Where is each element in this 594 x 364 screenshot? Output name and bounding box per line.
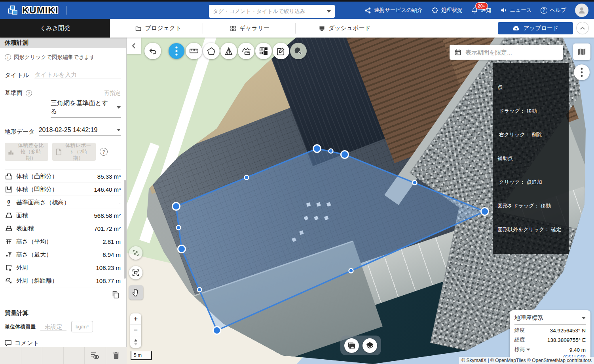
toolbar-cell-4[interactable]	[64, 347, 85, 364]
tab-dashboard[interactable]: ダッシュボード	[315, 19, 374, 38]
top-navbar: KUMIKI 連携サービスの紹介 処理状況 通知 20+	[0, 2, 594, 19]
polygon-tool-button[interactable]	[203, 43, 220, 59]
search-caret-icon[interactable]	[327, 10, 331, 13]
zoom-in-button[interactable]: +	[130, 313, 141, 325]
tab-separator	[203, 23, 203, 34]
metric-row-area: 面積 568.58 m²	[5, 209, 121, 222]
base-plane-select[interactable]: 三角網を基準面とする	[51, 99, 121, 118]
metric-row-surface-area: 表面積 701.72 m²	[5, 222, 121, 235]
delete-button[interactable]	[106, 347, 127, 364]
toolbar-cell-2[interactable]	[21, 347, 43, 364]
undo-icon	[148, 47, 157, 55]
brand-logo[interactable]: KUMIKI	[0, 4, 66, 16]
scale-bar: 5 m	[131, 351, 152, 360]
base-plane-label: 基準面	[5, 89, 23, 97]
caret-down-icon	[117, 106, 121, 109]
ruler-icon	[190, 48, 198, 54]
nav-link-news[interactable]: ニュース	[500, 7, 532, 14]
collapse-header-button[interactable]	[576, 22, 589, 34]
fit-extent-button[interactable]	[129, 246, 142, 260]
polygon-midpoint[interactable]	[413, 181, 417, 185]
base-plane-help-icon[interactable]: ?	[26, 90, 32, 96]
fullscreen-button[interactable]	[129, 266, 142, 279]
metric-row-volume-convex: 体積（凸部分） 85.33 m³	[5, 170, 121, 183]
measure-tool-button[interactable]	[186, 43, 202, 59]
copy-icon[interactable]	[111, 290, 120, 299]
terrain-data-label: 地形データ	[5, 128, 35, 136]
terrain-data-select[interactable]: 2018-02-25 14:42:19	[39, 126, 121, 136]
unit-mass-unit-button[interactable]: kg/m³	[71, 321, 93, 332]
polygon-midpoint[interactable]	[245, 175, 249, 180]
polygon-vertex[interactable]	[313, 145, 321, 153]
tab-projects[interactable]: プロジェクト	[131, 19, 186, 38]
reassign-link[interactable]: 再指定	[104, 90, 121, 97]
polygon-midpoint[interactable]	[329, 149, 333, 153]
tab-gallery[interactable]: ギャラリー	[224, 19, 275, 38]
toggle-visibility-button[interactable]	[85, 347, 106, 364]
pan-tool-button-active[interactable]	[129, 285, 143, 300]
avatar[interactable]	[575, 4, 588, 17]
volume-compare-button[interactable]: 体積差を比較（多時期）	[5, 143, 48, 161]
sidebar-scrollbar[interactable]	[124, 180, 126, 279]
metric-row-height-max: 高さ（最大） 6.94 m	[5, 248, 121, 261]
polygon-vertex[interactable]	[481, 208, 489, 215]
metric-row-height-avg: 高さ（平均） 2.81 m	[5, 235, 121, 248]
profile-tool-button[interactable]	[238, 43, 254, 59]
altitude-row: 標高 9.40 m	[514, 346, 586, 354]
polygon-midpoint[interactable]	[349, 269, 353, 273]
edit-tool-button[interactable]	[273, 43, 289, 59]
nav-link-processing[interactable]: 処理状況	[431, 7, 463, 14]
height-average-icon	[5, 239, 13, 245]
polygon-midpoint[interactable]	[176, 226, 181, 230]
upload-button[interactable]: アップロード	[498, 22, 573, 34]
caret-down-icon	[117, 129, 121, 131]
polygon-vertex[interactable]	[178, 245, 186, 253]
toolbar-cell-3[interactable]	[42, 347, 64, 364]
compare-tool-button[interactable]	[255, 43, 272, 59]
polygon-midpoint[interactable]	[197, 288, 202, 292]
elevation-profile-icon	[242, 47, 251, 55]
cloud-upload-icon	[512, 25, 520, 31]
collapse-sidebar-button[interactable]	[127, 38, 141, 54]
nav-link-services[interactable]: 連携サービスの紹介	[364, 7, 423, 14]
volume-report-button[interactable]: 体積レポート（2時期）	[52, 143, 96, 161]
speaker-icon	[500, 7, 507, 14]
layers-button[interactable]	[362, 338, 377, 353]
processing-status-icon	[431, 7, 438, 14]
polygon-vertex[interactable]	[173, 203, 180, 210]
nav-link-notifications[interactable]: 通知 20+	[471, 7, 492, 14]
coordinates-panel: 地理座標系 緯度 34.9256453° N 経度 138.3809755° E…	[510, 310, 590, 362]
monitor-icon	[319, 25, 325, 32]
date-filter[interactable]	[450, 45, 563, 60]
nav-link-help[interactable]: ? ヘルプ	[541, 7, 566, 14]
kumiki-cube-icon	[7, 4, 19, 16]
surface-area-icon	[5, 226, 13, 231]
polygon-vertex[interactable]	[341, 151, 349, 158]
brand-separator	[66, 6, 66, 15]
basemap-toggle-button[interactable]	[573, 43, 590, 60]
texture-tool-button-disabled[interactable]	[290, 43, 307, 59]
title-input[interactable]	[34, 70, 121, 79]
map-canvas[interactable]: 点 ドラッグ： 移動 右クリック： 削除 補助点 クリック： 点追加 図形をドラ…	[127, 38, 594, 364]
notification-badge: 20+	[475, 2, 488, 9]
tilt-control[interactable]	[130, 336, 141, 348]
coordinate-system-select[interactable]: 地理座標系	[514, 314, 586, 324]
date-filter-input[interactable]	[465, 49, 558, 56]
photos-button[interactable]	[344, 338, 359, 353]
polygon-vertex[interactable]	[213, 327, 221, 334]
unit-mass-label: 単位体積質量	[5, 323, 36, 330]
undo-tool-button[interactable]	[144, 43, 161, 59]
zoom-out-button[interactable]: −	[130, 325, 141, 336]
buttons-help-icon[interactable]: ?	[100, 148, 108, 156]
point-tool-button-active[interactable]	[169, 43, 184, 59]
altitude-source-select[interactable]: 標高	[514, 346, 530, 354]
polygon-shape[interactable]	[176, 149, 485, 330]
metric-row-volume-concave: 体積（凹部分） 146.40 m³	[5, 183, 121, 196]
unit-mass-input[interactable]	[40, 323, 66, 330]
global-search[interactable]	[209, 5, 335, 18]
tab-kumiki-dev[interactable]: くみき開発	[0, 19, 110, 38]
volume-tool-button[interactable]	[220, 43, 237, 59]
toolbar-cell-1[interactable]	[0, 347, 21, 364]
map-more-options-button[interactable]	[574, 64, 590, 80]
search-input[interactable]	[213, 8, 327, 14]
